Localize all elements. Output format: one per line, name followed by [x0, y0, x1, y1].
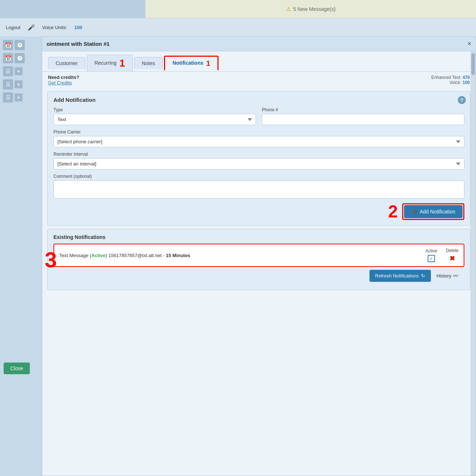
dropdown-icon-2[interactable]: ▼ — [15, 80, 23, 88]
credits-row: Need credits? Get Credits Enhanced Text:… — [42, 72, 476, 88]
tab-recurring[interactable]: Recurring 1 — [87, 55, 133, 71]
phone-input[interactable] — [262, 114, 464, 125]
help-icon[interactable]: ? — [458, 96, 466, 104]
modal-scrollbar[interactable] — [471, 51, 476, 476]
top-bar-message: 5 New Message(s) — [293, 6, 336, 12]
comment-label: Comment (optional) — [53, 174, 464, 179]
refresh-notifications-button[interactable]: Refresh Notifications ↻ — [369, 270, 431, 282]
add-notification-button[interactable]: ➕ Add Notification — [404, 205, 463, 218]
comment-row: Comment (optional) — [53, 174, 464, 199]
tab-customer[interactable]: Customer — [48, 57, 85, 69]
plus-icon: ➕ — [411, 209, 417, 215]
add-button-row: 2 ➕ Add Notification — [53, 203, 464, 220]
phone-group: Phone # — [262, 107, 464, 125]
notif-status: Active — [91, 253, 105, 258]
sidebar-row-1: 📅 🕐 — [3, 40, 39, 50]
carrier-row: Phone Carrier [Select phone carrier] — [53, 129, 464, 147]
tab-notes[interactable]: Notes — [134, 57, 163, 69]
tabs-row: Customer Recurring 1 Notes Notifications… — [42, 51, 476, 72]
delete-col-label: Delete — [446, 248, 459, 253]
notif-interval: 15 Minutes — [166, 253, 190, 258]
type-group: Type Text — [53, 107, 256, 125]
list-icon-2[interactable]: ☰ — [3, 79, 13, 89]
type-select[interactable]: Text — [53, 114, 256, 125]
bottom-row: Refresh Notifications ↻ History 👓 — [53, 267, 464, 285]
credits-left: Need credits? Get Credits — [48, 75, 79, 85]
existing-notifications-title: Existing Notifications — [53, 234, 464, 240]
sidebar-row-4: ☰ ▼ — [3, 79, 39, 89]
step1-badge: 1 — [119, 58, 125, 68]
sidebar-row-5: ☰ ▼ — [3, 92, 39, 103]
notification-item: Text Message (Active) 15617857857@txt.at… — [53, 244, 464, 267]
list-icon-3[interactable]: ☰ — [3, 92, 13, 103]
modal-close-button[interactable]: × — [467, 40, 471, 48]
interval-select[interactable]: [Select an interval] 15 Minutes 30 Minut… — [53, 158, 464, 169]
modal-titlebar: ointment with Station #1 × — [42, 37, 476, 51]
interval-row: Reminder Interval [Select an interval] 1… — [53, 152, 464, 169]
clock-icon-2[interactable]: 🕐 — [15, 53, 25, 63]
sidebar-row-3: ☰ ▼ — [3, 66, 39, 76]
voice-credits-value: 100 — [463, 80, 470, 85]
type-label: Type — [53, 107, 256, 112]
active-col-label: Active — [425, 248, 437, 253]
add-notification-label: Add Notification — [420, 209, 455, 215]
step3-badge: 3 — [45, 247, 57, 272]
add-notification-section: Add Notification ? Type Text Phone # Pho… — [47, 91, 471, 226]
add-notification-title: Add Notification — [53, 97, 464, 103]
enhanced-text-value: 470 — [463, 75, 470, 80]
clock-icon[interactable]: 🕐 — [15, 40, 25, 50]
header-bar: Logout 🎤 Voice Units: 100 — [0, 18, 476, 36]
carrier-group: Phone Carrier [Select phone carrier] — [53, 129, 464, 147]
phone-label: Phone # — [262, 107, 464, 112]
modal-title: ointment with Station #1 — [47, 41, 109, 47]
refresh-label: Refresh Notifications — [375, 273, 419, 279]
comment-group: Comment (optional) — [53, 174, 464, 199]
refresh-icon: ↻ — [421, 273, 425, 279]
enhanced-text-label: Enhanced Text: — [431, 75, 461, 80]
voice-label: Voice: — [449, 80, 461, 85]
notif-type: Text Message — [59, 253, 90, 258]
mic-icon: 🎤 — [28, 24, 35, 31]
dropdown-icon-1[interactable]: ▼ — [15, 67, 23, 75]
credits-right: Enhanced Text: 470 Voice: 100 — [431, 75, 470, 85]
notification-controls: Active ✓ Delete ✖ — [425, 248, 459, 263]
list-icon-1[interactable]: ☰ — [3, 66, 13, 76]
history-icon: 👓 — [453, 273, 459, 279]
type-phone-row: Type Text Phone # — [53, 107, 464, 125]
add-notif-box: ➕ Add Notification — [402, 203, 464, 220]
existing-notifications-section: Existing Notifications 3 Text Message (A… — [47, 229, 471, 290]
history-label: History — [437, 273, 451, 279]
dropdown-icon-3[interactable]: ▼ — [15, 93, 23, 101]
active-col: Active ✓ — [425, 248, 437, 262]
notification-text: Text Message (Active) 15617857857@txt.at… — [59, 253, 190, 258]
sidebar-row-2: 📅 🕐 — [3, 53, 39, 63]
interval-label: Reminder Interval — [53, 152, 464, 157]
left-sidebar: 📅 🕐 📅 🕐 ☰ ▼ ☰ ▼ ☰ ▼ — [0, 36, 42, 476]
top-notification-bar: ⚠ 5 New Message(s) — [145, 0, 476, 18]
modal: ointment with Station #1 × Customer Recu… — [42, 36, 476, 476]
notif-status-paren-close: ) — [105, 253, 107, 258]
calendar-icon-2[interactable]: 📅 — [3, 53, 13, 63]
active-checkbox[interactable]: ✓ — [428, 255, 435, 262]
step1-tab-badge: 1 — [206, 60, 210, 67]
notif-email: 15617857857@txt.att.net - — [108, 253, 166, 258]
get-credits-link[interactable]: Get Credits — [48, 80, 79, 85]
need-credits-label: Need credits? — [48, 75, 79, 80]
comment-input[interactable] — [53, 180, 464, 199]
scroll-thumb — [471, 53, 475, 75]
delete-button[interactable]: ✖ — [449, 255, 455, 263]
carrier-label: Phone Carrier — [53, 129, 464, 135]
carrier-select[interactable]: [Select phone carrier] — [53, 136, 464, 147]
voice-units-value: 100 — [74, 25, 82, 30]
close-button[interactable]: Close — [4, 363, 30, 374]
voice-units-label: Voice Units: — [42, 25, 67, 30]
step2-badge: 2 — [388, 203, 398, 220]
history-link[interactable]: History 👓 — [437, 273, 459, 279]
tab-notifications[interactable]: Notifications 1 — [164, 56, 219, 71]
interval-group: Reminder Interval [Select an interval] 1… — [53, 152, 464, 169]
warning-icon: ⚠ — [286, 5, 291, 12]
delete-col: Delete ✖ — [446, 248, 459, 263]
calendar-icon[interactable]: 📅 — [3, 40, 13, 50]
logout-link[interactable]: Logout — [6, 25, 20, 30]
